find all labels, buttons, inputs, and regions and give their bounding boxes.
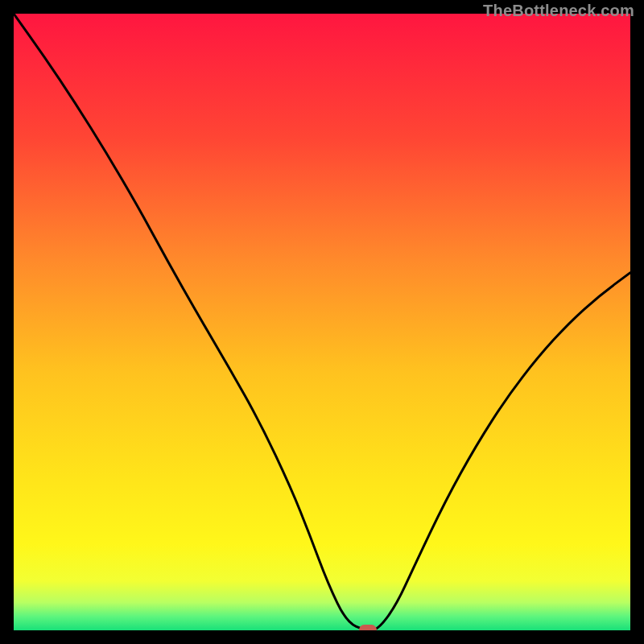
- chart-stage: TheBottleneck.com: [0, 0, 644, 644]
- bottleneck-curve: [14, 14, 630, 630]
- watermark-text: TheBottleneck.com: [483, 2, 634, 20]
- plot-area: [14, 14, 630, 630]
- optimal-point-marker: [359, 625, 377, 631]
